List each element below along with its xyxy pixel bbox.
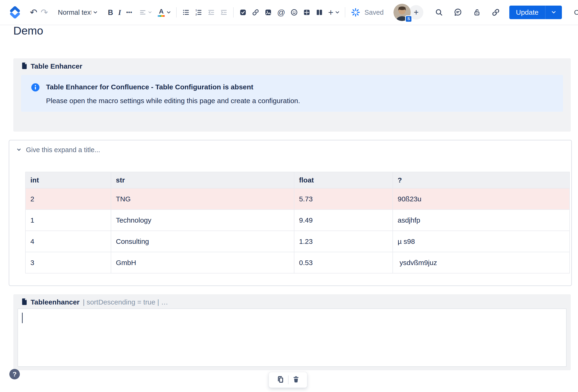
text-color-dropdown[interactable]: A <box>158 8 171 17</box>
info-title: Table Enhancer for Confluence - Table Co… <box>46 83 300 91</box>
macro-title: Table Enhancer <box>31 62 82 70</box>
text-style-dropdown[interactable]: Normal text <box>58 9 97 16</box>
outdent-button[interactable] <box>207 9 215 16</box>
delete-icon[interactable] <box>292 376 300 384</box>
table-cell[interactable]: 90ß23u <box>393 188 570 209</box>
copy-icon[interactable] <box>276 375 284 384</box>
table-cell[interactable]: ysdvßm9juz <box>393 252 570 273</box>
bold-button[interactable]: B <box>108 9 113 16</box>
numbered-list-button[interactable]: 12 <box>195 9 202 16</box>
text-cursor <box>22 313 23 323</box>
indent-button[interactable] <box>220 9 228 16</box>
info-icon <box>31 83 40 112</box>
search-icon[interactable] <box>435 8 443 16</box>
macro-header[interactable]: Table Enhancer <box>13 58 571 70</box>
italic-button[interactable]: I <box>118 9 121 16</box>
update-split-button: Update <box>509 6 562 19</box>
table-button[interactable] <box>303 9 310 16</box>
chevron-down-icon <box>148 11 152 13</box>
svg-text:1: 1 <box>195 9 197 12</box>
table-cell[interactable]: 4 <box>25 231 111 252</box>
bullet-list-button[interactable] <box>182 9 190 16</box>
plus-icon: + <box>328 8 333 17</box>
info-message: Table Enhancer for Confluence - Table Co… <box>21 75 563 112</box>
comment-icon[interactable] <box>454 8 462 17</box>
text-color-icon: A <box>158 8 165 17</box>
table-row: 3 GmbH 0.53 ysdvßm9juz <box>25 252 570 273</box>
page-title[interactable]: Demo <box>13 24 43 37</box>
column-header-float[interactable]: float <box>294 172 393 188</box>
table-cell[interactable]: 1 <box>25 209 111 231</box>
table-row: 4 Consulting 1.23 µ s98 <box>25 231 570 252</box>
expand-title-placeholder[interactable]: Give this expand a title... <box>26 146 100 154</box>
table-header-row: int str float ? <box>25 172 570 188</box>
undo-icon[interactable]: ↶ <box>30 7 37 17</box>
table-cell[interactable]: 2 <box>25 188 111 209</box>
table-cell[interactable]: Consulting <box>111 231 294 252</box>
text-style-label: Normal text <box>58 9 91 16</box>
table-cell[interactable]: Technology <box>111 209 294 231</box>
link-button[interactable] <box>252 9 259 16</box>
toolbar-divider <box>233 7 234 17</box>
document-icon <box>21 62 27 70</box>
saving-spinner-icon <box>351 8 360 17</box>
document-icon <box>21 298 27 306</box>
table-row: 1 Technology 9.49 asdjhfp <box>25 209 570 231</box>
svg-text:2: 2 <box>195 13 197 16</box>
table-cell[interactable]: GmbH <box>111 252 294 273</box>
macro-parameters: | sortDescending = true | … <box>83 298 168 306</box>
more-formatting-button[interactable]: ••• <box>126 10 132 15</box>
avatar-badge: S <box>405 15 412 22</box>
macro-header[interactable]: Tableenhancer | sortDescending = true | … <box>13 294 571 306</box>
info-body: Please open the macro settings while edi… <box>46 97 300 105</box>
redo-icon[interactable]: ↷ <box>41 7 48 17</box>
table-cell[interactable]: 3 <box>25 252 111 273</box>
chevron-down-icon <box>94 11 97 14</box>
toolbar-divider <box>176 7 177 17</box>
table-cell[interactable]: µ s98 <box>393 231 570 252</box>
table-row: 2 TNG 5.73 90ß23u <box>25 188 570 209</box>
unlock-icon[interactable] <box>473 8 481 16</box>
macro-title: Tableenhancer <box>31 298 80 306</box>
table-cell[interactable]: 1.23 <box>294 231 393 252</box>
data-table: int str float ? 2 TNG 5.73 90ß23u 1 Tech… <box>25 172 570 274</box>
save-status: Saved <box>364 9 384 16</box>
expand-macro: Give this expand a title... int str floa… <box>9 140 572 286</box>
avatar[interactable]: S <box>393 4 411 21</box>
editor-toolbar: ↶ ↷ Normal text B I ••• A 12 <box>0 0 578 25</box>
tableenhancer-macro[interactable]: Tableenhancer | sortDescending = true | … <box>13 294 571 370</box>
table-enhancer-macro[interactable]: Table Enhancer Table Enhancer for Conflu… <box>13 58 571 132</box>
table-cell[interactable]: TNG <box>111 188 294 209</box>
table-cell[interactable]: 9.49 <box>294 209 393 231</box>
macro-floating-toolbar <box>269 372 307 388</box>
emoji-button[interactable] <box>290 9 298 16</box>
layouts-button[interactable] <box>316 9 323 16</box>
column-header-str[interactable]: str <box>111 172 294 188</box>
image-button[interactable] <box>264 9 272 16</box>
help-button[interactable]: ? <box>9 369 20 379</box>
insert-dropdown[interactable]: + <box>328 8 339 17</box>
column-header-question[interactable]: ? <box>393 172 570 188</box>
table-cell[interactable]: 0.53 <box>294 252 393 273</box>
toolbar-divider <box>288 375 289 384</box>
chevron-down-icon <box>167 11 171 14</box>
copy-link-icon[interactable] <box>491 8 500 17</box>
table-cell[interactable]: 5.73 <box>294 188 393 209</box>
confluence-logo-icon <box>9 6 21 18</box>
update-button[interactable]: Update <box>509 6 545 19</box>
macro-body-editor[interactable] <box>17 309 567 367</box>
table-cell[interactable]: asdjhfp <box>393 209 570 231</box>
column-header-int[interactable]: int <box>25 172 111 188</box>
chevron-down-icon <box>336 11 339 14</box>
mention-button[interactable]: @ <box>277 8 285 16</box>
toolbar-divider <box>345 7 345 17</box>
chevron-down-icon[interactable] <box>16 146 22 154</box>
task-button[interactable] <box>239 9 247 16</box>
close-button[interactable]: Close <box>574 8 578 16</box>
update-dropdown-button[interactable] <box>545 6 562 19</box>
alignment-dropdown[interactable] <box>139 9 152 16</box>
